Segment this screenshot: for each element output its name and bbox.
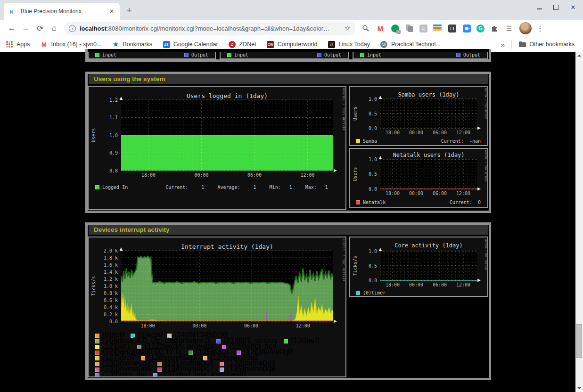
rrdtool-watermark: RRDTOOL / TOBI OETIKER [342, 88, 345, 131]
interrupts-section-header: Devices interrupt activity [89, 225, 488, 235]
core-legend: (0)timer [356, 290, 386, 295]
monitorix-page: Input Output Input Output Input Output U… [0, 52, 583, 392]
bookmark-zdnet[interactable]: Z ZDNet [229, 41, 256, 48]
media-list-icon[interactable]: ☰ [504, 24, 514, 33]
dark-app-icon[interactable] [447, 24, 457, 33]
bookmark-label: Bookmarks [123, 41, 153, 48]
users-section-header: Users using the system [89, 74, 488, 84]
reload-icon[interactable]: ⟳ [33, 22, 47, 35]
interrupt-activity-chart[interactable]: 2.0 k1.8 k1.6 k1.4 k1.2 k1.0 k0.8 k0.6 k… [89, 237, 346, 332]
section-title: Users using the system [94, 75, 165, 82]
svg-text:M: M [10, 10, 13, 15]
netatalk-legend: Netatalk Current: 0 [356, 200, 481, 205]
bookmark-computerworld[interactable]: CW Computerworld [267, 41, 318, 48]
url-path: :8080/monitorix-cgi/monitorix.cgi?mode=l… [107, 25, 329, 32]
minimize-icon[interactable] [537, 6, 542, 9]
maximize-icon[interactable] [553, 5, 558, 10]
zoom-icon[interactable] [462, 24, 471, 33]
window-controls: ✕ [537, 4, 580, 11]
back-icon[interactable]: ← [5, 22, 19, 35]
bookmark-inbox[interactable]: M Inbox (16) - sjvn0... [41, 41, 102, 48]
svg-text:0.8: 0.8 [109, 168, 118, 173]
chart-title: Netatalk users (1day) [380, 152, 477, 158]
svg-text:18:00: 18:00 [141, 172, 156, 178]
bookmark-star-icon[interactable]: ☆ [345, 24, 351, 33]
svg-text:1.4 k: 1.4 k [104, 270, 118, 275]
svg-text:12:00: 12:00 [456, 191, 470, 196]
rrdtool-watermark: RRDTOOL / TOBI OETIKER [484, 88, 487, 119]
legend-output: Output [317, 52, 341, 57]
bookmark-label: Inbox (16) - sjvn0... [51, 41, 102, 48]
network-graph-cutoff-1[interactable]: Input Output [88, 52, 216, 59]
books-stack-icon[interactable] [433, 24, 442, 33]
page-info-icon[interactable]: i [69, 25, 76, 32]
search-icon[interactable] [361, 24, 370, 33]
new-tab-button[interactable]: + [123, 5, 135, 16]
other-bookmarks[interactable]: Other bookmarks [518, 41, 575, 48]
chart-title: Interrupt activity (1day) [121, 243, 333, 250]
bookmark-google-calendar[interactable]: 28 Google Calendar [163, 41, 218, 48]
svg-text:Ticks/s: Ticks/s [91, 276, 96, 296]
url-text[interactable]: localhost:8080/monitorix-cgi/monitorix.c… [80, 25, 342, 32]
tab-close-icon[interactable]: ✕ [107, 7, 116, 16]
apps-shortcut[interactable]: Apps [6, 41, 30, 48]
gray-app-icon[interactable]: ☺ [419, 24, 427, 33]
profile-avatar[interactable] [519, 22, 532, 34]
svg-text:1.2 k: 1.2 k [104, 277, 118, 282]
svg-text:1.2: 1.2 [109, 98, 118, 103]
computerworld-icon: CW [267, 41, 274, 48]
bookmark-bookmarks[interactable]: ★ Bookmarks [112, 41, 153, 48]
voice-icon[interactable]: ? [390, 24, 400, 33]
browser-tab[interactable]: M Blue Precision Monitorix ✕ [4, 3, 120, 20]
users-logged-in-panel: Users logged in (1day) 1.21.11.00.90.818… [88, 86, 346, 210]
legend-item: (137)snd_hda_intel:card0 [153, 370, 246, 377]
scroll-down-icon[interactable] [577, 387, 581, 389]
network-graph-cutoff-2[interactable]: Input Output [220, 52, 349, 59]
network-graph-cutoff-3[interactable]: Input Output [353, 52, 488, 59]
bookmark-practical-technology[interactable]: W Practical Technol... [380, 41, 441, 48]
svg-text:0.8 k: 0.8 k [104, 291, 118, 296]
url-host: localhost [80, 25, 107, 32]
forward-icon[interactable]: → [19, 22, 33, 35]
apps-grid-icon [6, 41, 13, 48]
bookmark-label: Linux Today [338, 41, 370, 48]
address-bar[interactable]: i localhost:8080/monitorix-cgi/monitorix… [64, 22, 355, 35]
zdnet-icon: Z [229, 41, 236, 48]
svg-text:0.0: 0.0 [369, 278, 377, 283]
legend-item: (136)mei_me [95, 370, 147, 377]
users-logged-in-chart[interactable]: 1.21.11.00.90.818:0000:0006:0012:00Users [89, 87, 346, 181]
samba-legend: Samba Current: -nan [356, 139, 481, 144]
grammarly-icon[interactable]: G [476, 24, 484, 33]
legend-row: (136)mei_me(137)snd_hda_intel:card0 [95, 372, 342, 377]
chrome-menu-icon[interactable]: ⋮ [536, 24, 544, 33]
extensions-row: M ? ☺ G ☰ [361, 24, 514, 33]
svg-text:00:00: 00:00 [194, 172, 208, 178]
scrollbar-thumb[interactable] [576, 324, 582, 358]
svg-text:0.5: 0.5 [369, 111, 377, 116]
bookmark-label: ZDNet [239, 41, 256, 48]
svg-text:0.0: 0.0 [109, 319, 118, 324]
bookmarks-overflow-icon[interactable]: » [501, 41, 505, 49]
interrupt-activity-panel: Interrupt activity (1day) 2.0 k1.8 k1.6 … [88, 237, 346, 377]
legend-item: (120)ar0 [284, 336, 319, 344]
puzzle-icon[interactable] [490, 24, 499, 33]
legend-swatch [356, 139, 360, 143]
svg-text:18:00: 18:00 [386, 191, 400, 196]
svg-text:00:00: 00:00 [409, 191, 423, 196]
chart-title: Samba users (1day) [380, 91, 477, 98]
vertical-scrollbar[interactable] [575, 52, 583, 392]
home-icon[interactable]: ⌂ [47, 22, 61, 35]
bookmark-linux-today[interactable]: lt Linux Today [328, 41, 370, 48]
legend-swatch [356, 200, 360, 204]
browser-toolbar: ← → ⟳ ⌂ i localhost:8080/monitorix-cgi/m… [0, 20, 583, 37]
copy-pages-icon[interactable] [405, 24, 414, 33]
svg-text:00:00: 00:00 [409, 282, 423, 287]
tab-strip: M Blue Precision Monitorix ✕ + ✕ [0, 0, 583, 20]
svg-text:Ticks/s: Ticks/s [353, 256, 358, 276]
svg-text:1.6 k: 1.6 k [104, 262, 118, 268]
gmail-icon[interactable]: M [376, 24, 385, 33]
close-icon[interactable]: ✕ [570, 4, 576, 11]
legend-row: (16)idma64.0, i2c_designware.0(21)i801_s… [95, 338, 342, 343]
scroll-up-icon[interactable] [577, 55, 581, 57]
svg-text:06:00: 06:00 [244, 323, 258, 328]
